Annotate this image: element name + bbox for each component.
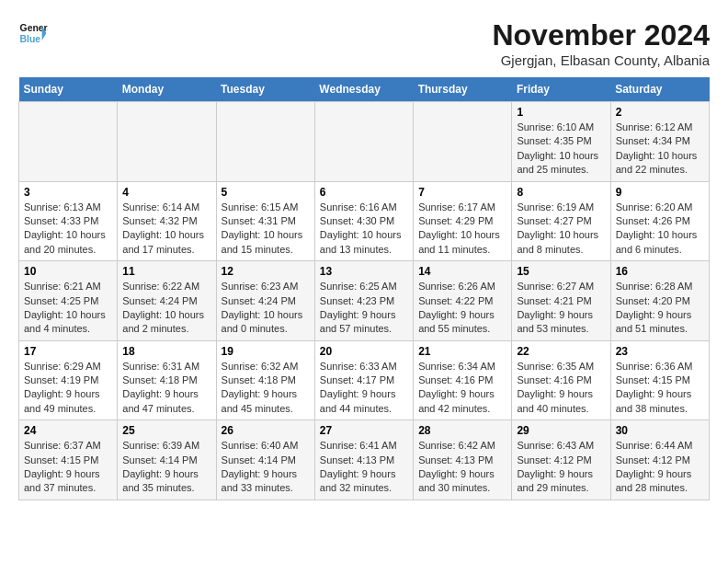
calendar-cell: 23Sunrise: 6:36 AMSunset: 4:15 PMDayligh… — [610, 340, 709, 420]
day-number: 29 — [517, 424, 605, 437]
calendar-cell: 18Sunrise: 6:31 AMSunset: 4:18 PMDayligh… — [118, 340, 216, 420]
day-number: 20 — [320, 345, 408, 358]
day-detail: Sunrise: 6:36 AMSunset: 4:15 PMDaylight:… — [616, 360, 704, 417]
page-header: General Blue November 2024 Gjergjan, Elb… — [18, 18, 710, 68]
day-detail: Sunrise: 6:41 AMSunset: 4:13 PMDaylight:… — [320, 439, 408, 496]
day-detail: Sunrise: 6:13 AMSunset: 4:33 PMDaylight:… — [24, 201, 112, 258]
calendar-table: SundayMondayTuesdayWednesdayThursdayFrid… — [18, 77, 710, 500]
calendar-cell: 10Sunrise: 6:21 AMSunset: 4:25 PMDayligh… — [19, 261, 118, 341]
day-number: 18 — [122, 345, 210, 358]
calendar-cell: 9Sunrise: 6:20 AMSunset: 4:26 PMDaylight… — [610, 181, 709, 261]
logo-icon: General Blue — [18, 18, 48, 48]
day-number: 27 — [320, 424, 408, 437]
day-detail: Sunrise: 6:34 AMSunset: 4:16 PMDaylight:… — [418, 360, 506, 417]
day-detail: Sunrise: 6:33 AMSunset: 4:17 PMDaylight:… — [320, 360, 408, 417]
calendar-cell: 20Sunrise: 6:33 AMSunset: 4:17 PMDayligh… — [314, 340, 413, 420]
calendar-cell — [414, 102, 512, 182]
day-number: 26 — [222, 424, 310, 437]
day-number: 19 — [222, 345, 310, 358]
day-detail: Sunrise: 6:39 AMSunset: 4:14 PMDaylight:… — [122, 439, 210, 496]
day-detail: Sunrise: 6:37 AMSunset: 4:15 PMDaylight:… — [24, 439, 112, 496]
day-number: 9 — [616, 186, 704, 199]
calendar-cell: 16Sunrise: 6:28 AMSunset: 4:20 PMDayligh… — [610, 261, 709, 341]
weekday-header: Thursday — [414, 77, 512, 102]
day-number: 13 — [320, 265, 408, 278]
day-number: 16 — [616, 265, 704, 278]
calendar-cell: 7Sunrise: 6:17 AMSunset: 4:29 PMDaylight… — [414, 181, 512, 261]
day-number: 24 — [24, 424, 112, 437]
calendar-cell — [314, 102, 413, 182]
day-number: 25 — [122, 424, 210, 437]
day-number: 8 — [517, 186, 605, 199]
day-detail: Sunrise: 6:32 AMSunset: 4:18 PMDaylight:… — [222, 360, 310, 417]
day-detail: Sunrise: 6:26 AMSunset: 4:22 PMDaylight:… — [418, 280, 506, 337]
day-number: 14 — [418, 265, 506, 278]
day-detail: Sunrise: 6:20 AMSunset: 4:26 PMDaylight:… — [616, 201, 704, 258]
day-number: 28 — [418, 424, 506, 437]
day-detail: Sunrise: 6:29 AMSunset: 4:19 PMDaylight:… — [24, 360, 112, 417]
day-number: 6 — [320, 186, 408, 199]
day-number: 10 — [24, 265, 112, 278]
day-detail: Sunrise: 6:12 AMSunset: 4:34 PMDaylight:… — [616, 121, 704, 178]
calendar-cell: 21Sunrise: 6:34 AMSunset: 4:16 PMDayligh… — [414, 340, 512, 420]
day-number: 4 — [122, 186, 210, 199]
title-area: November 2024 Gjergjan, Elbasan County, … — [492, 18, 710, 68]
calendar-cell — [19, 102, 118, 182]
day-number: 5 — [222, 186, 310, 199]
day-detail: Sunrise: 6:14 AMSunset: 4:32 PMDaylight:… — [122, 201, 210, 258]
day-number: 22 — [517, 345, 605, 358]
calendar-cell: 15Sunrise: 6:27 AMSunset: 4:21 PMDayligh… — [512, 261, 610, 341]
calendar-cell: 8Sunrise: 6:19 AMSunset: 4:27 PMDaylight… — [512, 181, 610, 261]
weekday-header: Sunday — [19, 77, 118, 102]
day-number: 3 — [24, 186, 112, 199]
day-number: 12 — [222, 265, 310, 278]
weekday-header: Saturday — [610, 77, 709, 102]
day-number: 11 — [122, 265, 210, 278]
day-detail: Sunrise: 6:43 AMSunset: 4:12 PMDaylight:… — [517, 439, 605, 496]
day-detail: Sunrise: 6:27 AMSunset: 4:21 PMDaylight:… — [517, 280, 605, 337]
day-detail: Sunrise: 6:42 AMSunset: 4:13 PMDaylight:… — [418, 439, 506, 496]
day-detail: Sunrise: 6:21 AMSunset: 4:25 PMDaylight:… — [24, 280, 112, 337]
calendar-cell: 14Sunrise: 6:26 AMSunset: 4:22 PMDayligh… — [414, 261, 512, 341]
calendar-cell: 2Sunrise: 6:12 AMSunset: 4:34 PMDaylight… — [610, 102, 709, 182]
day-number: 17 — [24, 345, 112, 358]
day-detail: Sunrise: 6:15 AMSunset: 4:31 PMDaylight:… — [222, 201, 310, 258]
weekday-header: Friday — [512, 77, 610, 102]
calendar-cell: 19Sunrise: 6:32 AMSunset: 4:18 PMDayligh… — [216, 340, 314, 420]
calendar-cell: 13Sunrise: 6:25 AMSunset: 4:23 PMDayligh… — [314, 261, 413, 341]
day-number: 23 — [616, 345, 704, 358]
weekday-header: Wednesday — [314, 77, 413, 102]
day-detail: Sunrise: 6:25 AMSunset: 4:23 PMDaylight:… — [320, 280, 408, 337]
calendar-cell: 28Sunrise: 6:42 AMSunset: 4:13 PMDayligh… — [414, 420, 512, 500]
day-number: 21 — [418, 345, 506, 358]
day-number: 2 — [616, 106, 704, 119]
weekday-header: Monday — [118, 77, 216, 102]
calendar-cell: 22Sunrise: 6:35 AMSunset: 4:16 PMDayligh… — [512, 340, 610, 420]
calendar-cell: 30Sunrise: 6:44 AMSunset: 4:12 PMDayligh… — [610, 420, 709, 500]
day-detail: Sunrise: 6:10 AMSunset: 4:35 PMDaylight:… — [517, 121, 605, 178]
calendar-cell — [118, 102, 216, 182]
day-detail: Sunrise: 6:28 AMSunset: 4:20 PMDaylight:… — [616, 280, 704, 337]
day-detail: Sunrise: 6:44 AMSunset: 4:12 PMDaylight:… — [616, 439, 704, 496]
weekday-header: Tuesday — [216, 77, 314, 102]
calendar-cell: 26Sunrise: 6:40 AMSunset: 4:14 PMDayligh… — [216, 420, 314, 500]
day-detail: Sunrise: 6:40 AMSunset: 4:14 PMDaylight:… — [222, 439, 310, 496]
day-detail: Sunrise: 6:31 AMSunset: 4:18 PMDaylight:… — [122, 360, 210, 417]
day-detail: Sunrise: 6:35 AMSunset: 4:16 PMDaylight:… — [517, 360, 605, 417]
calendar-cell: 25Sunrise: 6:39 AMSunset: 4:14 PMDayligh… — [118, 420, 216, 500]
calendar-cell: 4Sunrise: 6:14 AMSunset: 4:32 PMDaylight… — [118, 181, 216, 261]
calendar-cell: 3Sunrise: 6:13 AMSunset: 4:33 PMDaylight… — [19, 181, 118, 261]
day-number: 15 — [517, 265, 605, 278]
logo: General Blue — [18, 18, 48, 48]
calendar-cell: 11Sunrise: 6:22 AMSunset: 4:24 PMDayligh… — [118, 261, 216, 341]
day-number: 1 — [517, 106, 605, 119]
day-detail: Sunrise: 6:22 AMSunset: 4:24 PMDaylight:… — [122, 280, 210, 337]
main-title: November 2024 — [492, 18, 710, 52]
calendar-cell — [216, 102, 314, 182]
calendar-cell: 29Sunrise: 6:43 AMSunset: 4:12 PMDayligh… — [512, 420, 610, 500]
calendar-cell: 12Sunrise: 6:23 AMSunset: 4:24 PMDayligh… — [216, 261, 314, 341]
day-number: 30 — [616, 424, 704, 437]
calendar-cell: 5Sunrise: 6:15 AMSunset: 4:31 PMDaylight… — [216, 181, 314, 261]
svg-text:Blue: Blue — [20, 34, 41, 44]
calendar-cell: 17Sunrise: 6:29 AMSunset: 4:19 PMDayligh… — [19, 340, 118, 420]
